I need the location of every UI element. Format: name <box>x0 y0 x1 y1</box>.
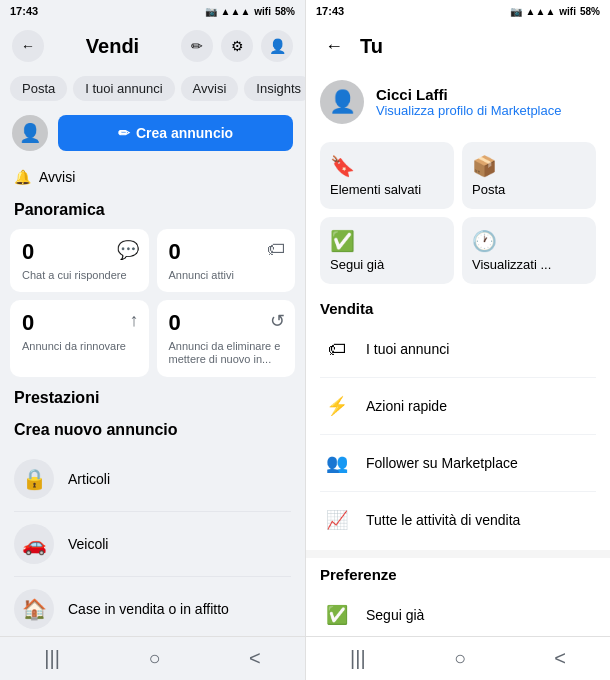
right-bottom-nav: ||| ○ < <box>306 636 610 680</box>
right-back-icon: ← <box>325 36 343 57</box>
gear-icon: ⚙ <box>231 38 244 54</box>
left-panel: 17:43 📷 ▲▲▲ wifi 58% ← Vendi ✏ ⚙ 👤 Po <box>0 0 305 680</box>
divider <box>306 550 610 558</box>
user-name: Cicci Laffi <box>376 86 561 103</box>
profile-avatar: 👤 <box>320 80 364 124</box>
user-avatar: 👤 <box>12 115 48 151</box>
marketplace-profile-link[interactable]: Visualizza profilo di Marketplace <box>376 103 561 118</box>
attivita-vendita-item[interactable]: 📈 Tutte le attività di vendita <box>320 492 596 548</box>
left-header: ← Vendi ✏ ⚙ 👤 <box>0 22 305 70</box>
settings-button[interactable]: ⚙ <box>221 30 253 62</box>
tab-annunci[interactable]: I tuoi annunci <box>73 76 174 101</box>
crea-case[interactable]: 🏠 Case in vendita o in affitto <box>14 577 291 636</box>
right-status-icons: 📷 ▲▲▲ wifi 58% <box>510 6 600 17</box>
crea-articoli[interactable]: 🔒 Articoli <box>14 447 291 512</box>
tuoi-annunci-item[interactable]: 🏷 I tuoi annunci <box>320 321 596 378</box>
activity-icon: 📈 <box>320 503 354 537</box>
segui-gia-button[interactable]: ✅ Segui già <box>320 217 454 284</box>
check-icon: ✅ <box>330 229 355 253</box>
clock-icon: 🕐 <box>472 229 497 253</box>
right-header: ← Tu <box>306 22 610 70</box>
tab-avvisi[interactable]: Avvisi <box>181 76 239 101</box>
bookmark-icon: 🔖 <box>330 154 355 178</box>
recycle-icon: ↺ <box>270 310 285 332</box>
right-page-title: Tu <box>360 35 383 58</box>
right-panel: 17:43 📷 ▲▲▲ wifi 58% ← Tu 👤 Cicci Laffi … <box>305 0 610 680</box>
annunci-icon: 🏷 <box>320 332 354 366</box>
posta-icon: 📦 <box>472 154 497 178</box>
back-icon: ← <box>21 38 35 54</box>
header-icons: ✏ ⚙ 👤 <box>181 30 293 62</box>
nav-home-icon[interactable]: ○ <box>148 647 160 670</box>
segui-gia-pref-item[interactable]: ✅ Segui già <box>320 587 596 636</box>
left-status-icons: 📷 ▲▲▲ wifi 58% <box>205 6 295 17</box>
elementi-salvati-button[interactable]: 🔖 Elementi salvati <box>320 142 454 209</box>
wifi-icon: wifi <box>254 6 271 17</box>
tag-icon: 🏷 <box>267 239 285 260</box>
right-battery-label: 58% <box>580 6 600 17</box>
right-back-button[interactable]: ← <box>318 30 350 62</box>
visualizzati-button[interactable]: 🕐 Visualizzati ... <box>462 217 596 284</box>
left-bottom-nav: ||| ○ < <box>0 636 305 680</box>
renew-icon: ↑ <box>130 310 139 331</box>
nav-back-icon[interactable]: < <box>249 647 261 670</box>
stat-chat: 0 Chat a cui rispondere 💬 <box>10 229 149 292</box>
stats-grid: 0 Chat a cui rispondere 💬 0 Annunci atti… <box>0 225 305 381</box>
right-nav-menu-icon[interactable]: ||| <box>350 647 366 670</box>
preferenze-title: Preferenze <box>320 566 596 583</box>
right-signal-icon: ▲▲▲ <box>526 6 556 17</box>
profile-icon: 👤 <box>269 38 286 54</box>
right-camera-icon: 📷 <box>510 6 522 17</box>
right-nav-home-icon[interactable]: ○ <box>454 647 466 670</box>
tab-insights[interactable]: Insights <box>244 76 305 101</box>
nav-menu-icon[interactable]: ||| <box>44 647 60 670</box>
right-wifi-icon: wifi <box>559 6 576 17</box>
followers-icon: 👥 <box>320 446 354 480</box>
tabs-bar: Posta I tuoi annunci Avvisi Insights <box>0 70 305 107</box>
edit-button[interactable]: ✏ <box>181 30 213 62</box>
avatar-icon: 👤 <box>19 122 41 144</box>
avvisi-row[interactable]: 🔔 Avvisi <box>0 159 305 195</box>
lightning-icon: ⚡ <box>320 389 354 423</box>
signal-icon: ▲▲▲ <box>221 6 251 17</box>
chat-icon: 💬 <box>117 239 139 261</box>
house-icon: 🏠 <box>14 589 54 629</box>
posta-button[interactable]: 📦 Posta <box>462 142 596 209</box>
page-title: Vendi <box>52 35 173 58</box>
left-scroll: 👤 ✏ Crea annuncio 🔔 Avvisi Panoramica 0 … <box>0 107 305 636</box>
right-scroll: 👤 Cicci Laffi Visualizza profilo di Mark… <box>306 70 610 636</box>
follower-marketplace-item[interactable]: 👥 Follower su Marketplace <box>320 435 596 492</box>
vendita-section: Vendita 🏷 I tuoi annunci ⚡ Azioni rapide… <box>306 292 610 550</box>
panoramica-title: Panoramica <box>0 195 305 225</box>
back-button[interactable]: ← <box>12 30 44 62</box>
profile-avatar-icon: 👤 <box>329 89 356 115</box>
crea-title: Crea nuovo annuncio <box>14 421 291 439</box>
tab-posta[interactable]: Posta <box>10 76 67 101</box>
create-section: 👤 ✏ Crea annuncio <box>0 107 305 159</box>
azioni-rapide-item[interactable]: ⚡ Azioni rapide <box>320 378 596 435</box>
bell-icon: 🔔 <box>14 169 31 185</box>
left-status-bar: 17:43 📷 ▲▲▲ wifi 58% <box>0 0 305 22</box>
right-nav-back-icon[interactable]: < <box>554 647 566 670</box>
camera-icon: 📷 <box>205 6 217 17</box>
stat-annunci-rinnovare: 0 Annunci da rinnovare ↑ <box>10 300 149 376</box>
car-icon: 🚗 <box>14 524 54 564</box>
profile-button[interactable]: 👤 <box>261 30 293 62</box>
left-status-time: 17:43 <box>10 5 38 17</box>
right-status-time: 17:43 <box>316 5 344 17</box>
lock-icon: 🔒 <box>14 459 54 499</box>
right-status-bar: 17:43 📷 ▲▲▲ wifi 58% <box>306 0 610 22</box>
vendita-title: Vendita <box>320 300 596 317</box>
crea-veicoli[interactable]: 🚗 Veicoli <box>14 512 291 577</box>
preferenze-section: Preferenze ✅ Segui già ✂ Le tue taglie <box>306 558 610 636</box>
profile-row: 👤 Cicci Laffi Visualizza profilo di Mark… <box>306 70 610 134</box>
stat-annunci-eliminare: 0 Annunci da eliminare e mettere di nuov… <box>157 300 296 376</box>
avvisi-label: Avvisi <box>39 169 75 185</box>
grid-buttons: 🔖 Elementi salvati 📦 Posta ✅ Segui già 🕐… <box>306 134 610 292</box>
edit-icon: ✏ <box>191 38 203 54</box>
stat-annunci-attivi: 0 Annunci attivi 🏷 <box>157 229 296 292</box>
prestazioni-title: Prestazioni <box>0 381 305 411</box>
battery-label: 58% <box>275 6 295 17</box>
profile-info: Cicci Laffi Visualizza profilo di Market… <box>376 86 561 118</box>
create-annuncio-button[interactable]: ✏ Crea annuncio <box>58 115 293 151</box>
